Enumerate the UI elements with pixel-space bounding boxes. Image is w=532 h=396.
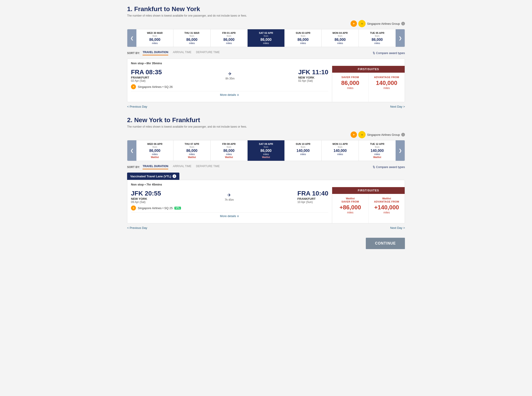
section-2-airline-name: Singapore Airlines • SQ 25 bbox=[138, 206, 173, 210]
section2-date-cell-0[interactable]: WED 06 APRfrom86,000milesWaitlist bbox=[136, 140, 173, 161]
from-label: from bbox=[212, 146, 246, 148]
section-2-more-details[interactable]: More details ∨ bbox=[131, 212, 328, 221]
section-2-advantage-cell: Waitlist ADVANTAGE FROM +140,000 miles bbox=[369, 194, 405, 223]
plane-icon-2: ✈ bbox=[165, 192, 294, 198]
miles-value: 86,000 bbox=[212, 149, 246, 153]
section1-date-cell-5[interactable]: MON 04 APRfrom86,000miles bbox=[322, 29, 359, 47]
compare-award-types-1[interactable]: ⇅ Compare award types bbox=[373, 51, 405, 55]
section-1-flight-route: FRA 08:35 FRANKFURT 02 Apr (Sat) ✈ 8h 35… bbox=[131, 69, 328, 82]
miles-value: 86,000 bbox=[286, 38, 320, 42]
section-2-prev-day[interactable]: < Previous Day bbox=[127, 226, 147, 230]
sort-travel-duration-1[interactable]: TRAVEL DURATION bbox=[143, 51, 168, 55]
section-1-flight-body: FRA 08:35 FRANKFURT 02 Apr (Sat) ✈ 8h 35… bbox=[127, 66, 405, 102]
section-2-prev-arrow[interactable]: ❮ bbox=[127, 140, 136, 161]
section-2-airline-info: ✈ Singapore Airlines • SQ 25 VTL bbox=[131, 205, 328, 210]
waitlist-label: Waitlist bbox=[138, 156, 172, 158]
scoot-logo: S bbox=[358, 20, 365, 27]
section-1-prev-day[interactable]: < Previous Day bbox=[127, 105, 147, 108]
sort-arrival-time-2[interactable]: ARRIVAL TIME bbox=[173, 165, 191, 169]
airline-group-label: Singapore Airlines Group bbox=[367, 22, 400, 25]
date-label: THU 07 APR bbox=[175, 143, 209, 145]
date-label: MON 04 APR bbox=[323, 32, 357, 34]
section-2-title: 2. New York to Frankfurt bbox=[127, 116, 405, 124]
miles-value: 86,000 bbox=[138, 149, 172, 153]
section1-date-cell-2[interactable]: FRI 01 APRfrom86,000miles bbox=[210, 29, 248, 47]
miles-unit: miles bbox=[323, 153, 357, 156]
section-2-departure: JFK 20:55 NEW YORK 09 Apr (Sat) bbox=[131, 190, 161, 204]
section-1: 1. Frankfurt to New York The number of m… bbox=[127, 6, 405, 108]
section-1-dep-time: FRA 08:35 bbox=[131, 69, 162, 76]
section2-date-cell-2[interactable]: FRI 08 APRfrom86,000milesWaitlist bbox=[210, 140, 248, 161]
section-1-airline-name: Singapore Airlines • SQ 26 bbox=[138, 85, 173, 88]
sort-departure-time-2[interactable]: DEPARTURE TIME bbox=[196, 165, 220, 169]
section-2-sort-bar: SORT BY: TRAVEL DURATION ARRIVAL TIME DE… bbox=[127, 165, 405, 169]
airline-group-label-2: Singapore Airlines Group bbox=[367, 133, 400, 136]
continue-button[interactable]: CONTINUE bbox=[366, 238, 405, 249]
section-1-date-carousel: ❮ WED 30 MARfrom86,000milesTHU 31 MARfro… bbox=[127, 29, 405, 47]
miles-unit: miles bbox=[286, 153, 320, 156]
date-label: TUE 12 APR bbox=[360, 143, 394, 145]
section-2-award-cells: Waitlist SAVER FROM +86,000 miles Waitli… bbox=[332, 194, 405, 223]
section-1-arrival: JFK 11:10 NEW YORK 02 Apr (Sat) bbox=[298, 69, 328, 82]
section-2-dep-city: NEW YORK bbox=[131, 197, 161, 200]
airline-group-info-icon[interactable]: i bbox=[401, 22, 405, 25]
section-1-saver-unit: miles bbox=[334, 87, 366, 90]
section-1-prev-arrow[interactable]: ❮ bbox=[127, 29, 136, 47]
sg-airlines-logo-2: ✈ bbox=[351, 131, 357, 138]
sort-arrival-time-1[interactable]: ARRIVAL TIME bbox=[173, 51, 191, 55]
section2-date-cell-4[interactable]: SUN 10 APRfrom140,000miles bbox=[285, 140, 322, 161]
from-label: from bbox=[323, 146, 357, 148]
section1-date-cell-4[interactable]: SUN 03 APRfrom86,000miles bbox=[285, 29, 322, 47]
miles-value: 86,000 bbox=[175, 38, 209, 42]
section2-date-cell-6[interactable]: TUE 12 APRfrom140,000milesWaitlist bbox=[359, 140, 396, 161]
date-label: SAT 02 APR bbox=[249, 32, 283, 34]
section-2-next-arrow[interactable]: ❯ bbox=[396, 140, 405, 161]
section-2-subtitle: The number of miles shown is lowest avai… bbox=[127, 125, 405, 128]
section2-date-cell-1[interactable]: THU 07 APRfrom86,000milesWaitlist bbox=[173, 140, 210, 161]
from-label: from bbox=[286, 35, 320, 37]
section-1-next-day[interactable]: Next Day > bbox=[390, 105, 405, 108]
section2-date-cell-3[interactable]: SAT 09 APRfrom86,000milesWaitlist bbox=[248, 140, 285, 161]
section1-date-cell-0[interactable]: WED 30 MARfrom86,000miles bbox=[136, 29, 173, 47]
section2-date-cell-5[interactable]: MON 11 APRfrom140,000miles bbox=[322, 140, 359, 161]
miles-unit: miles bbox=[360, 153, 394, 156]
from-label: from bbox=[360, 146, 394, 148]
plane-icon-1: ✈ bbox=[166, 71, 295, 76]
from-label: from bbox=[249, 35, 283, 37]
section-1-advantage-label: ADVANTAGE FROM bbox=[370, 76, 403, 79]
compare-award-types-2[interactable]: ⇅ Compare award types bbox=[373, 165, 405, 169]
section1-date-cell-3[interactable]: SAT 02 APRfrom86,000miles bbox=[248, 29, 285, 47]
section1-date-cell-6[interactable]: TUE 05 APRfrom86,000miles bbox=[359, 29, 396, 47]
miles-value: 86,000 bbox=[360, 38, 394, 42]
section-1-arr-city: NEW YORK bbox=[298, 76, 328, 79]
sort-travel-duration-2[interactable]: TRAVEL DURATION bbox=[143, 165, 168, 169]
miles-value: 86,000 bbox=[212, 38, 246, 42]
from-label: from bbox=[138, 35, 172, 37]
section-1-flight-middle: ✈ 8h 35m bbox=[166, 71, 295, 80]
date-label: THU 31 MAR bbox=[175, 32, 209, 34]
miles-unit: miles bbox=[138, 42, 172, 45]
sort-departure-time-1[interactable]: DEPARTURE TIME bbox=[196, 51, 220, 55]
section-2-advantage-waitlist: Waitlist bbox=[370, 197, 403, 200]
date-label: TUE 05 APR bbox=[360, 32, 394, 34]
chevron-down-icon-1: ∨ bbox=[237, 93, 239, 97]
section-2-carousel-dates: WED 06 APRfrom86,000milesWaitlistTHU 07 … bbox=[136, 140, 396, 161]
waitlist-label: Waitlist bbox=[212, 156, 246, 158]
date-label: FRI 08 APR bbox=[212, 143, 246, 145]
vtl-info-icon[interactable]: i bbox=[173, 174, 176, 178]
waitlist-label: Waitlist bbox=[175, 156, 209, 158]
section-2-saver-waitlist: Waitlist bbox=[334, 197, 366, 200]
section-1-more-details[interactable]: More details ∨ bbox=[131, 91, 328, 99]
section-2-arr-city: FRANKFURT bbox=[297, 197, 328, 200]
section-1-day-nav: < Previous Day Next Day > bbox=[127, 105, 405, 108]
section-1-advantage-miles: 140,000 bbox=[370, 80, 403, 87]
section-2-next-day[interactable]: Next Day > bbox=[390, 226, 405, 230]
miles-value: 86,000 bbox=[175, 149, 209, 153]
section-2-flight-card: Non stop • 7hr 45mins JFK 20:55 NEW YORK… bbox=[127, 180, 405, 223]
section-1-saver-cell: SAVER FROM 86,000 miles bbox=[332, 73, 369, 102]
airline-group-info-icon-2[interactable]: i bbox=[401, 133, 405, 136]
section-1-next-arrow[interactable]: ❯ bbox=[396, 29, 405, 47]
section-2-arr-time: FRA 10:40 bbox=[297, 190, 328, 197]
section1-date-cell-1[interactable]: THU 31 MARfrom86,000miles bbox=[173, 29, 210, 47]
miles-unit: miles bbox=[286, 42, 320, 45]
